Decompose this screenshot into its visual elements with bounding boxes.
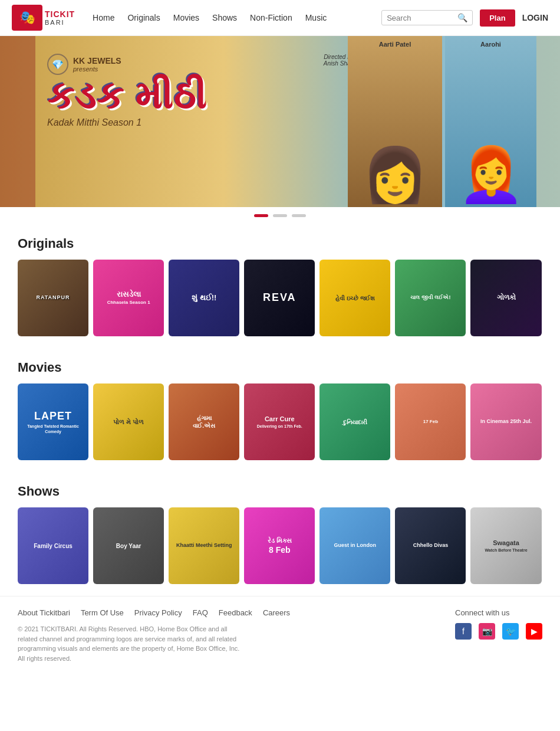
card-boy-yaar[interactable]: Boy Yaar [93, 507, 164, 584]
card-duniayadari[interactable]: દુનિયાદારી [319, 383, 390, 460]
card-pol-me-pol-label: પોળ મે પોળ [93, 383, 164, 460]
card-carr-cure-label: Carr Cure Delivering on 17th Feb. [244, 383, 315, 460]
card-movie6[interactable]: 17 Feb [395, 383, 466, 460]
search-box[interactable]: 🔍 [381, 10, 473, 25]
footer-link-faq[interactable]: FAQ [193, 608, 208, 617]
footer-copyright: © 2021 TICKITBARI. All Rights Reserved. … [18, 624, 242, 663]
nav-home[interactable]: Home [93, 13, 114, 22]
facebook-icon[interactable]: f [455, 623, 472, 640]
instagram-icon[interactable]: 📷 [479, 623, 495, 640]
footer-link-about[interactable]: About Tickitbari [18, 608, 70, 617]
plan-button[interactable]: Plan [480, 9, 515, 27]
search-input[interactable] [387, 14, 457, 22]
header: 🎭 TICKIT BARI Home Originals Movies Show… [0, 0, 560, 36]
card-chal-jivi-label: ચાલ જીવી લઈએ! [395, 260, 466, 336]
shows-title: Shows [18, 484, 542, 499]
originals-section: Originals RATANPUR રાસડેલા Chhasela Seas… [0, 224, 560, 348]
carousel-dot-2[interactable] [273, 214, 287, 217]
logo-tickit-text: TICKIT [45, 9, 75, 19]
shows-cards-row: Family Circus Boy Yaar Khaatti Meethi Se… [18, 507, 542, 584]
card-guest-in-london-label: Guest in London [319, 507, 390, 584]
card-reva[interactable]: REVA [244, 260, 315, 336]
footer-links: About Tickitbari Term Of Use Privacy Pol… [18, 608, 290, 617]
youtube-icon[interactable]: ▶ [526, 623, 542, 640]
card-ratanpur-label: RATANPUR [18, 260, 88, 336]
movies-cards-row: LAPET Tangled Twisted Romantic Comedy પો… [18, 383, 542, 460]
movies-section: Movies LAPET Tangled Twisted Romantic Co… [0, 348, 560, 472]
card-hungama-label: હંગામાવાઈ.એસ [169, 383, 239, 460]
nav-shows[interactable]: Shows [212, 13, 237, 22]
card-chal-jivi[interactable]: ચાલ જીવી લઈએ! [395, 260, 466, 336]
footer-left: About Tickitbari Term Of Use Privacy Pol… [18, 608, 290, 663]
hero-person1-name: Aarti Patel [348, 41, 442, 48]
footer-link-careers[interactable]: Careers [263, 608, 290, 617]
card-red-mix-label: રેડ મિક્સ 8 Feb [244, 507, 315, 584]
card-heavy-ichhe[interactable]: હેવી ઇચ્છે જઈશ [319, 260, 390, 336]
originals-cards-row: RATANPUR રાસડેલા Chhasela Season 1 શું થ… [18, 260, 542, 336]
twitter-icon[interactable]: 🐦 [502, 623, 519, 640]
nav-nonfiction[interactable]: Non-Fiction [250, 13, 292, 22]
card-chhello-divas[interactable]: Chhello Divas [395, 507, 466, 584]
hero-person2-figure: 👩‍🦰 [458, 148, 524, 201]
card-bel-ga-label: In Cinemas 25th Jul. [470, 383, 541, 460]
card-rasadela-label: રાસડેલા Chhasela Season 1 [93, 260, 164, 336]
card-hungama[interactable]: હંગામાવાઈ.એસ [169, 383, 239, 460]
card-carr-cure[interactable]: Carr Cure Delivering on 17th Feb. [244, 383, 315, 460]
header-right: 🔍 Plan LOGIN [381, 9, 548, 27]
hero-title: કડક મીઠી [47, 77, 207, 115]
nav-music[interactable]: Music [305, 13, 327, 22]
hero-person2-name: Aarohi [445, 41, 536, 48]
card-khaatti-meethi-label: Khaatti Meethi Setting [169, 507, 239, 584]
card-heavy-ichhe-label: હેવી ઇચ્છે જઈશ [319, 260, 390, 336]
card-ratanpur[interactable]: RATANPUR [18, 260, 88, 336]
hero-person1: Aarti Patel 👩 [348, 36, 442, 207]
footer-link-feedback[interactable]: Feedback [219, 608, 252, 617]
footer-link-terms[interactable]: Term Of Use [81, 608, 124, 617]
main-nav: Home Originals Movies Shows Non-Fiction … [93, 13, 381, 22]
card-family-circus-label: Family Circus [18, 507, 88, 584]
hero-subtitle: Kadak Mitthi Season 1 [47, 117, 207, 128]
nav-movies[interactable]: Movies [173, 13, 199, 22]
card-duniayadari-label: દુનિયાદારી [319, 383, 390, 460]
logo-bari-text: BARI [45, 19, 75, 26]
card-shu-thai[interactable]: શું થઈ!! [169, 260, 239, 336]
card-swagata-label: Swagata Watch Before Theatre [470, 507, 541, 584]
hero-person1-figure: 👩 [362, 148, 428, 201]
card-movie6-label: 17 Feb [395, 383, 466, 460]
hero-content: 💎 KK JEWELS presents કડક મીઠી Kadak Mitt… [47, 54, 207, 128]
card-red-mix[interactable]: રેડ મિક્સ 8 Feb [244, 507, 315, 584]
hero-brand-name: KK JEWELS presents [73, 56, 121, 73]
carousel-dot-1[interactable] [254, 214, 268, 217]
footer-link-privacy[interactable]: Privacy Policy [134, 608, 182, 617]
card-reva-label: REVA [244, 260, 315, 336]
footer-right: Connect with us f 📷 🐦 ▶ [455, 608, 542, 640]
social-icons: f 📷 🐦 ▶ [455, 623, 542, 640]
card-guest-in-london[interactable]: Guest in London [319, 507, 390, 584]
hero-right-decor [536, 36, 560, 207]
card-swagata[interactable]: Swagata Watch Before Theatre [470, 507, 541, 584]
logo-box: 🎭 [12, 5, 42, 31]
logo[interactable]: 🎭 TICKIT BARI [12, 5, 75, 31]
search-icon: 🔍 [457, 13, 467, 22]
login-button[interactable]: LOGIN [522, 13, 548, 22]
hero-inner: 💎 KK JEWELS presents કડક મીઠી Kadak Mitt… [0, 36, 560, 207]
carousel-dots [0, 207, 560, 224]
card-pol-me-pol[interactable]: પોળ મે પોળ [93, 383, 164, 460]
movies-title: Movies [18, 360, 542, 375]
card-bel-ga[interactable]: In Cinemas 25th Jul. [470, 383, 541, 460]
card-lapet-label: LAPET Tangled Twisted Romantic Comedy [18, 383, 88, 460]
hero-brand: 💎 KK JEWELS presents [47, 54, 207, 75]
hero-banner: 💎 KK JEWELS presents કડક મીઠી Kadak Mitt… [0, 36, 560, 207]
card-lapet[interactable]: LAPET Tangled Twisted Romantic Comedy [18, 383, 88, 460]
carousel-dot-3[interactable] [292, 214, 306, 217]
nav-originals[interactable]: Originals [127, 13, 160, 22]
card-rasadela[interactable]: રાસડેલા Chhasela Season 1 [93, 260, 164, 336]
card-golko-label: ગોળકો [470, 260, 541, 336]
logo-label: TICKIT BARI [45, 9, 75, 26]
card-family-circus[interactable]: Family Circus [18, 507, 88, 584]
card-golko[interactable]: ગોળકો [470, 260, 541, 336]
card-khaatti-meethi[interactable]: Khaatti Meethi Setting [169, 507, 239, 584]
hero-brand-icon: 💎 [47, 54, 68, 75]
card-shu-thai-label: શું થઈ!! [169, 260, 239, 336]
originals-title: Originals [18, 236, 542, 251]
